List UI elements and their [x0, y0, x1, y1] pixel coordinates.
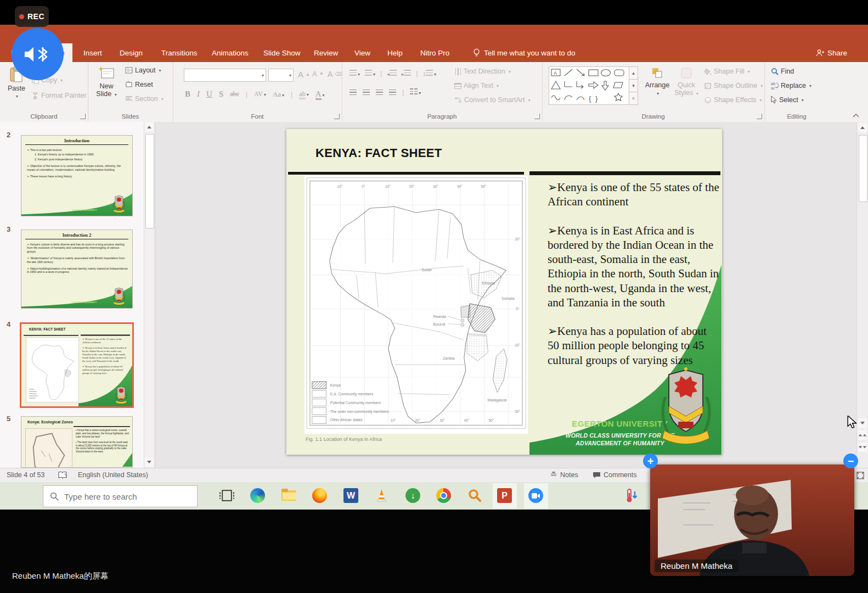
italic-button[interactable]: I [197, 89, 200, 99]
slide-scroll-down[interactable] [858, 418, 867, 428]
idm-icon[interactable]: ↓ [405, 488, 420, 503]
grow-font-button[interactable]: A▲ [298, 70, 310, 79]
align-left-button[interactable] [350, 89, 357, 96]
new-slide-button[interactable]: NewSlide ▾ [93, 66, 120, 98]
reset-button[interactable]: Reset [125, 81, 153, 88]
font-dialog-launcher[interactable] [334, 114, 340, 119]
tab-view[interactable]: View [351, 43, 374, 62]
language-status[interactable]: English (United States) [78, 471, 148, 479]
paragraph-dialog-launcher[interactable] [534, 114, 540, 119]
layout-button[interactable]: Layout▾ [125, 66, 161, 74]
word-icon[interactable]: W [343, 488, 358, 503]
quick-styles-button[interactable]: QuickStyles ▾ [674, 66, 699, 97]
thermometer-icon[interactable] [624, 488, 639, 503]
format-painter-button[interactable]: Format Painter [32, 92, 87, 99]
firefox-icon[interactable] [312, 488, 327, 503]
clear-formatting-button[interactable]: A⌫ [328, 70, 342, 79]
slide-scroll-up[interactable] [858, 123, 867, 132]
mini-egerton-logo [112, 195, 126, 212]
thumb-number-3: 3 [7, 225, 10, 233]
text-shadow-button[interactable]: S [219, 89, 223, 99]
align-text-button[interactable]: Align Text▾ [454, 82, 499, 89]
zoom-in-button[interactable]: + [643, 454, 658, 468]
change-case-button[interactable]: Aa▾ [273, 90, 284, 99]
file-explorer-icon[interactable] [281, 488, 296, 503]
share-button[interactable]: Share [816, 43, 847, 62]
previous-slide-button[interactable] [858, 430, 867, 440]
underline-button[interactable]: U [206, 89, 212, 99]
line-spacing-button[interactable]: ↕▾ [423, 70, 437, 77]
select-button[interactable]: Select▾ [771, 96, 804, 104]
font-size-combo[interactable]: ▾ [268, 69, 294, 82]
powerpoint-icon[interactable]: P [497, 488, 512, 503]
decrease-indent-button[interactable]: ◂ [387, 70, 397, 77]
zoom-app-icon[interactable] [528, 488, 543, 503]
find-button[interactable]: Find [771, 68, 794, 75]
scroll-down-button[interactable] [145, 457, 154, 467]
tab-slide-show[interactable]: Slide Show [260, 43, 304, 62]
tab-insert[interactable]: Insert [80, 43, 105, 62]
increase-indent-button[interactable]: ▸ [402, 70, 412, 77]
thumbnail-slide-3[interactable]: Introduction 2 ➢Kenya's culture is fairl… [21, 230, 133, 309]
edge-icon[interactable] [250, 488, 265, 503]
chrome-icon[interactable] [436, 488, 451, 503]
next-slide-button[interactable] [858, 443, 867, 452]
notes-button[interactable]: Notes [550, 471, 578, 479]
scrollbar-thumb[interactable] [145, 134, 154, 228]
numbering-button[interactable]: ▾ [365, 70, 375, 77]
zoom-out-button[interactable]: − [843, 454, 858, 468]
tab-design[interactable]: Design [116, 43, 146, 62]
comments-button[interactable]: Comments [593, 471, 636, 479]
audio-bluetooth-button[interactable] [12, 28, 64, 80]
clipboard-dialog-launcher[interactable] [80, 114, 86, 119]
collapse-ribbon-icon[interactable] [853, 114, 859, 118]
highlight-button[interactable]: ab▾ [299, 90, 308, 98]
thumbnail-slide-5[interactable]: Kenya: Ecological Zones ▪ Kenya has a va… [21, 416, 133, 468]
justify-button[interactable] [389, 89, 396, 96]
shapes-gallery-scroll[interactable]: ▲▼≡ [629, 66, 638, 105]
drawing-dialog-launcher[interactable] [757, 114, 762, 119]
arrange-button[interactable]: Arrange ▾ [643, 66, 672, 97]
slide-canvas[interactable]: KENYA: FACT SHEET [286, 129, 722, 455]
section-button[interactable]: Section▾ [125, 95, 164, 103]
tab-transitions[interactable]: Transitions [158, 43, 201, 62]
tab-review[interactable]: Review [311, 43, 341, 62]
group-paragraph: ▾ ▾ | ◂ ▸ | ↕▾ | ▾ Text Direction▾ [342, 62, 543, 121]
thumb-number-2: 2 [7, 131, 10, 139]
columns-button[interactable]: ▾ [410, 88, 421, 96]
spellcheck-book-icon[interactable] [58, 471, 67, 479]
font-color-button[interactable]: A▾ [315, 89, 325, 99]
task-view-icon[interactable] [219, 488, 234, 503]
convert-smartart-button[interactable]: Convert to SmartArt▾ [454, 96, 530, 104]
font-name-combo[interactable]: ▾ [184, 69, 266, 82]
shape-outline-button[interactable]: Shape Outline▾ [704, 82, 763, 89]
search-app-icon[interactable] [467, 488, 482, 503]
bullets-button[interactable]: ▾ [350, 70, 360, 77]
fit-slide-to-window-icon[interactable] [856, 471, 865, 480]
shape-fill-button[interactable]: Shape Fill▾ [704, 68, 750, 75]
shapes-gallery[interactable]: A { [549, 66, 630, 105]
vlc-icon[interactable] [374, 488, 389, 503]
strikethrough-button[interactable]: abc [230, 90, 239, 98]
thumbnail-slide-2[interactable]: Introduction ➢This is a two part-lecture… [21, 135, 133, 216]
shrink-font-button[interactable]: A▼ [312, 70, 324, 78]
slide-counter[interactable]: Slide 4 of 53 [7, 471, 45, 479]
thumbnail-slide-4-selected[interactable]: KENYA: FACT SHEET ➢Kenya is one of the 5… [20, 322, 134, 408]
tell-me-box[interactable]: Tell me what you want to do [473, 43, 576, 62]
align-right-button[interactable] [376, 89, 383, 96]
shape-effects-button[interactable]: Shape Effects▾ [704, 96, 762, 104]
mini-egerton-logo [115, 386, 128, 404]
bold-button[interactable]: B [185, 89, 190, 99]
thumbnail-scrollbar[interactable] [144, 122, 155, 468]
tab-help[interactable]: Help [384, 43, 406, 62]
webcam-video[interactable]: Reuben M Matheka [650, 465, 854, 576]
scroll-up-button[interactable] [145, 122, 154, 132]
character-spacing-button[interactable]: AV▾ [254, 90, 266, 98]
text-direction-button[interactable]: Text Direction▾ [454, 68, 511, 75]
taskbar-search[interactable]: Type here to search [43, 485, 198, 507]
replace-button[interactable]: abac Replace▾ [771, 82, 811, 89]
tab-nitro-pro[interactable]: Nitro Pro [417, 43, 453, 62]
slide-scroll-thumb[interactable] [859, 135, 867, 202]
tab-animations[interactable]: Animations [208, 43, 252, 62]
align-center-button[interactable] [363, 89, 370, 96]
